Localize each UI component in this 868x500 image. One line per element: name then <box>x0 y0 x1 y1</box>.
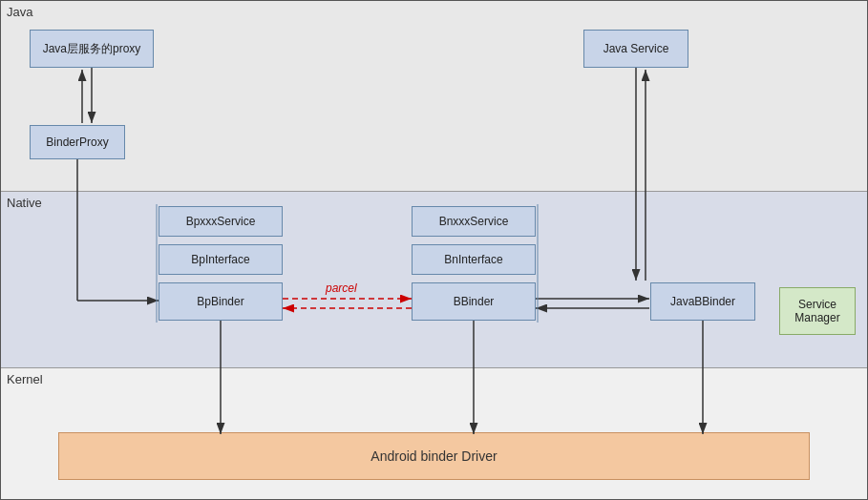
java-bbinder-box: JavaBBinder <box>650 282 755 321</box>
bbinder-box: BBinder <box>412 282 536 321</box>
service-manager-box: Service Manager <box>779 287 856 335</box>
bpxxx-service-box: BpxxxService <box>159 206 283 237</box>
diagram-container: Java Native Kernel Java层服务的proxy BinderP… <box>0 0 868 500</box>
bn-interface-box: BnInterface <box>412 244 536 275</box>
android-driver-box: Android binder Driver <box>58 432 810 480</box>
java-service-box: Java Service <box>583 30 688 68</box>
java-layer-label: Java <box>7 5 32 19</box>
native-layer-label: Native <box>7 196 42 210</box>
kernel-layer-label: Kernel <box>7 372 43 386</box>
bnxxx-service-box: BnxxxService <box>412 206 536 237</box>
bp-binder-box: BpBinder <box>159 282 283 321</box>
java-proxy-box: Java层服务的proxy <box>30 30 154 68</box>
binder-proxy-box: BinderProxy <box>30 125 125 159</box>
bp-interface-box: BpInterface <box>159 244 283 275</box>
